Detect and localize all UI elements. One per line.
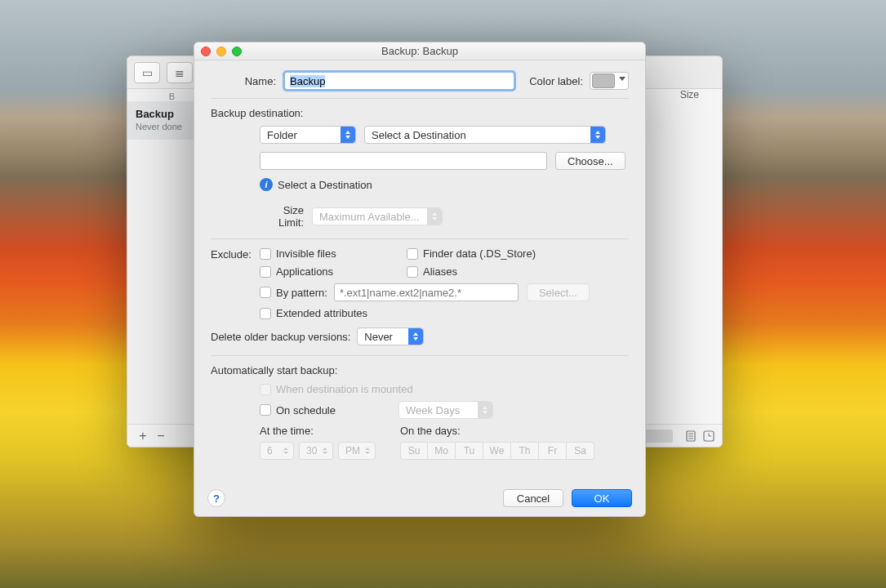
color-swatch-icon (592, 74, 615, 88)
destination-path-input[interactable] (260, 152, 547, 170)
help-button[interactable]: ? (207, 489, 225, 507)
add-button[interactable]: + (134, 429, 152, 443)
footer-doc-icon[interactable] (684, 430, 697, 443)
exclude-label: Exclude: (211, 247, 260, 327)
time-hour-stepper: 6 (260, 442, 294, 460)
select-pattern-button: Select... (527, 283, 590, 301)
exclude-applications-checkbox[interactable] (260, 266, 271, 278)
exclude-by-pattern-checkbox[interactable] (260, 287, 271, 298)
name-input[interactable] (284, 72, 514, 90)
column-header-size[interactable]: Size (680, 89, 699, 100)
choose-button[interactable]: Choose... (555, 152, 626, 170)
day-fr: Fr (539, 442, 567, 460)
pattern-input[interactable] (334, 283, 519, 301)
day-mo: Mo (428, 442, 456, 460)
exclude-invisible-checkbox[interactable] (260, 248, 271, 260)
minimize-icon[interactable] (216, 47, 226, 56)
day-we: We (483, 442, 511, 460)
destination-hint: Select a Destination (278, 179, 372, 191)
at-time-label: At the time: (260, 425, 400, 437)
exclude-finder-data-checkbox[interactable] (407, 248, 418, 260)
day-tu: Tu (456, 442, 483, 460)
name-label: Name: (211, 75, 284, 87)
ok-button[interactable]: OK (572, 489, 632, 507)
day-su: Su (400, 442, 428, 460)
footer-clock-icon[interactable] (702, 430, 715, 443)
zoom-icon[interactable] (232, 47, 242, 56)
day-sa: Sa (567, 442, 594, 460)
close-icon[interactable] (201, 47, 211, 56)
info-icon: i (260, 178, 273, 191)
exclude-extended-attrs-checkbox[interactable] (260, 308, 271, 319)
day-th: Th (511, 442, 539, 460)
color-label: Color label: (529, 75, 583, 87)
destination-select[interactable]: Select a Destination (364, 126, 606, 144)
window-controls (201, 47, 242, 56)
cancel-button[interactable]: Cancel (503, 489, 563, 507)
delete-older-select[interactable]: Never (357, 327, 424, 345)
on-schedule-checkbox[interactable] (260, 404, 271, 416)
remove-button[interactable]: − (152, 429, 170, 443)
time-ampm-stepper: PM (338, 442, 376, 460)
destination-type-select[interactable]: Folder (260, 126, 356, 144)
backup-destination-label: Backup destination: (211, 107, 629, 119)
schedule-type-select: Week Days (398, 401, 493, 419)
size-limit-label: Size Limit: (260, 204, 312, 229)
on-days-label: On the days: (400, 425, 594, 437)
exclude-aliases-checkbox[interactable] (407, 266, 418, 278)
sheet-titlebar[interactable]: Backup: Backup (194, 42, 645, 60)
days-picker: Su Mo Tu We Th Fr Sa (400, 442, 594, 460)
size-limit-select: Maximum Available... (312, 207, 443, 225)
color-label-picker[interactable] (590, 72, 629, 90)
toolbar-list-icon[interactable]: ≣ (167, 62, 193, 83)
delete-older-label: Delete older backup versions: (211, 331, 350, 343)
toolbar-view-icon[interactable]: ▭ (134, 62, 160, 83)
when-mounted-checkbox (260, 384, 271, 395)
backup-settings-dialog: Backup: Backup Name: Color label: Backup… (194, 42, 646, 517)
dialog-title: Backup: Backup (381, 45, 458, 57)
auto-start-label: Automatically start backup: (211, 364, 629, 376)
time-minute-stepper: 30 (299, 442, 333, 460)
